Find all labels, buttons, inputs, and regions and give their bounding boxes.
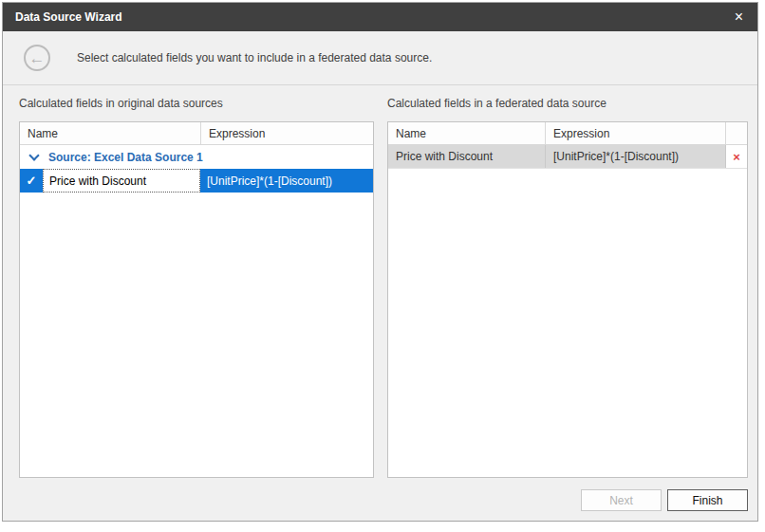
field-name-cell[interactable]: Price with Discount [388,145,545,168]
federated-grid-empty-area [388,169,747,477]
delete-row-button[interactable]: × [725,145,747,168]
federated-grid-header: Name Expression [388,122,747,145]
close-icon[interactable]: × [733,9,745,25]
data-source-wizard-dialog: Data Source Wizard × ← Select calculated… [2,2,758,522]
back-button[interactable]: ← [24,45,50,71]
field-name-cell[interactable]: Price with Discount [43,169,200,193]
left-panel-caption: Calculated fields in original data sourc… [19,97,223,110]
source-group-label: Source: Excel Data Source 1 [48,151,203,164]
chevron-down-icon [28,150,39,160]
original-column-header-expression: Expression [200,122,373,144]
table-row[interactable]: Price with Discount [UnitPrice]*(1-[Disc… [388,145,747,169]
federated-column-header-expression: Expression [545,122,725,144]
back-arrow-icon: ← [29,50,46,66]
table-row[interactable]: ✓ Price with Discount [UnitPrice]*(1-[Di… [20,169,373,193]
footer-button-bar: Next Finish [581,489,748,511]
federated-fields-grid: Name Expression Price with Discount [Uni… [387,121,748,478]
next-button[interactable]: Next [581,489,662,511]
original-grid-header: Name Expression [20,122,373,145]
check-icon: ✓ [27,174,37,188]
original-fields-grid: Name Expression Source: Excel Data Sourc… [19,121,374,478]
delete-x-icon: × [733,150,740,164]
original-column-header-name: Name [20,122,200,144]
federated-column-header-name: Name [388,122,545,144]
wizard-header: ← Select calculated fields you want to i… [3,31,757,85]
field-expression-cell[interactable]: [UnitPrice]*(1-[Discount]) [200,169,373,193]
wizard-description: Select calculated fields you want to inc… [77,51,432,64]
window-title: Data Source Wizard [15,10,122,24]
title-bar: Data Source Wizard × [3,3,757,31]
right-panel-caption: Calculated fields in a federated data so… [387,97,606,110]
field-expression-cell[interactable]: [UnitPrice]*(1-[Discount]) [545,145,725,168]
wizard-content: Calculated fields in original data sourc… [3,85,757,521]
source-group-row[interactable]: Source: Excel Data Source 1 [20,145,373,169]
row-checkbox[interactable]: ✓ [20,169,43,193]
federated-column-header-actions [725,122,747,144]
original-grid-empty-area [20,193,373,477]
finish-button[interactable]: Finish [667,489,748,511]
